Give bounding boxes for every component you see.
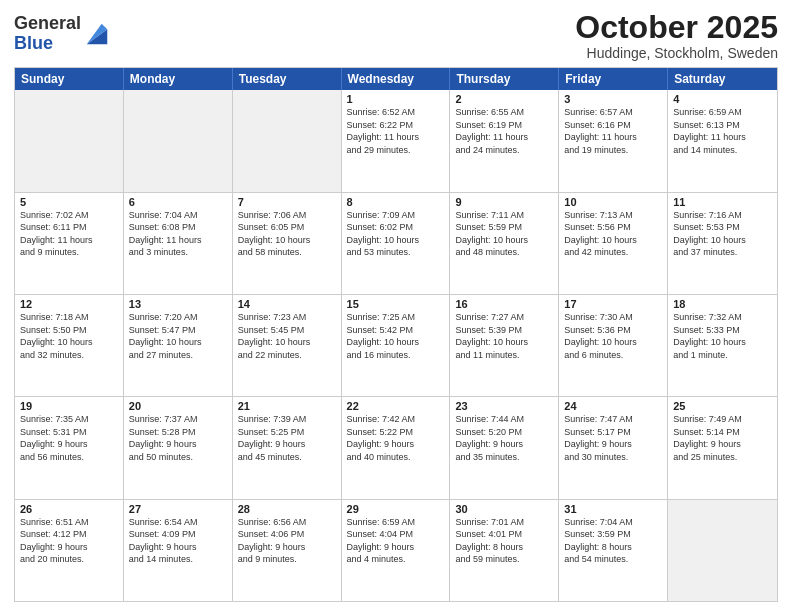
calendar-cell: 11Sunrise: 7:16 AM Sunset: 5:53 PM Dayli… bbox=[668, 193, 777, 294]
day-number: 10 bbox=[564, 196, 662, 208]
calendar-header-cell: Sunday bbox=[15, 68, 124, 90]
day-number: 29 bbox=[347, 503, 445, 515]
calendar-cell: 31Sunrise: 7:04 AM Sunset: 3:59 PM Dayli… bbox=[559, 500, 668, 601]
cell-info: Sunrise: 7:39 AM Sunset: 5:25 PM Dayligh… bbox=[238, 413, 336, 463]
day-number: 12 bbox=[20, 298, 118, 310]
calendar-cell: 29Sunrise: 6:59 AM Sunset: 4:04 PM Dayli… bbox=[342, 500, 451, 601]
calendar-cell: 30Sunrise: 7:01 AM Sunset: 4:01 PM Dayli… bbox=[450, 500, 559, 601]
location: Huddinge, Stockholm, Sweden bbox=[575, 45, 778, 61]
cell-info: Sunrise: 6:59 AM Sunset: 6:13 PM Dayligh… bbox=[673, 106, 772, 156]
cell-info: Sunrise: 6:52 AM Sunset: 6:22 PM Dayligh… bbox=[347, 106, 445, 156]
calendar-cell: 19Sunrise: 7:35 AM Sunset: 5:31 PM Dayli… bbox=[15, 397, 124, 498]
cell-info: Sunrise: 7:01 AM Sunset: 4:01 PM Dayligh… bbox=[455, 516, 553, 566]
day-number: 7 bbox=[238, 196, 336, 208]
calendar-cell: 9Sunrise: 7:11 AM Sunset: 5:59 PM Daylig… bbox=[450, 193, 559, 294]
day-number: 8 bbox=[347, 196, 445, 208]
cell-info: Sunrise: 7:35 AM Sunset: 5:31 PM Dayligh… bbox=[20, 413, 118, 463]
cell-info: Sunrise: 7:42 AM Sunset: 5:22 PM Dayligh… bbox=[347, 413, 445, 463]
calendar-cell: 25Sunrise: 7:49 AM Sunset: 5:14 PM Dayli… bbox=[668, 397, 777, 498]
calendar-cell: 13Sunrise: 7:20 AM Sunset: 5:47 PM Dayli… bbox=[124, 295, 233, 396]
calendar-row: 19Sunrise: 7:35 AM Sunset: 5:31 PM Dayli… bbox=[15, 396, 777, 498]
cell-info: Sunrise: 7:11 AM Sunset: 5:59 PM Dayligh… bbox=[455, 209, 553, 259]
day-number: 15 bbox=[347, 298, 445, 310]
calendar-header-cell: Monday bbox=[124, 68, 233, 90]
calendar-cell bbox=[233, 90, 342, 191]
day-number: 24 bbox=[564, 400, 662, 412]
calendar-cell: 1Sunrise: 6:52 AM Sunset: 6:22 PM Daylig… bbox=[342, 90, 451, 191]
cell-info: Sunrise: 7:37 AM Sunset: 5:28 PM Dayligh… bbox=[129, 413, 227, 463]
day-number: 4 bbox=[673, 93, 772, 105]
day-number: 5 bbox=[20, 196, 118, 208]
cell-info: Sunrise: 6:51 AM Sunset: 4:12 PM Dayligh… bbox=[20, 516, 118, 566]
calendar-cell: 2Sunrise: 6:55 AM Sunset: 6:19 PM Daylig… bbox=[450, 90, 559, 191]
calendar-cell: 5Sunrise: 7:02 AM Sunset: 6:11 PM Daylig… bbox=[15, 193, 124, 294]
day-number: 13 bbox=[129, 298, 227, 310]
cell-info: Sunrise: 7:49 AM Sunset: 5:14 PM Dayligh… bbox=[673, 413, 772, 463]
calendar-header-cell: Wednesday bbox=[342, 68, 451, 90]
calendar-cell: 12Sunrise: 7:18 AM Sunset: 5:50 PM Dayli… bbox=[15, 295, 124, 396]
cell-info: Sunrise: 7:04 AM Sunset: 3:59 PM Dayligh… bbox=[564, 516, 662, 566]
cell-info: Sunrise: 7:44 AM Sunset: 5:20 PM Dayligh… bbox=[455, 413, 553, 463]
calendar-cell: 16Sunrise: 7:27 AM Sunset: 5:39 PM Dayli… bbox=[450, 295, 559, 396]
cell-info: Sunrise: 7:13 AM Sunset: 5:56 PM Dayligh… bbox=[564, 209, 662, 259]
day-number: 9 bbox=[455, 196, 553, 208]
calendar-cell bbox=[15, 90, 124, 191]
day-number: 26 bbox=[20, 503, 118, 515]
day-number: 2 bbox=[455, 93, 553, 105]
calendar-row: 1Sunrise: 6:52 AM Sunset: 6:22 PM Daylig… bbox=[15, 90, 777, 191]
cell-info: Sunrise: 7:47 AM Sunset: 5:17 PM Dayligh… bbox=[564, 413, 662, 463]
day-number: 3 bbox=[564, 93, 662, 105]
calendar-body: 1Sunrise: 6:52 AM Sunset: 6:22 PM Daylig… bbox=[15, 90, 777, 601]
calendar-cell: 4Sunrise: 6:59 AM Sunset: 6:13 PM Daylig… bbox=[668, 90, 777, 191]
cell-info: Sunrise: 7:32 AM Sunset: 5:33 PM Dayligh… bbox=[673, 311, 772, 361]
cell-info: Sunrise: 7:04 AM Sunset: 6:08 PM Dayligh… bbox=[129, 209, 227, 259]
calendar-cell: 6Sunrise: 7:04 AM Sunset: 6:08 PM Daylig… bbox=[124, 193, 233, 294]
cell-info: Sunrise: 7:30 AM Sunset: 5:36 PM Dayligh… bbox=[564, 311, 662, 361]
calendar-header-cell: Friday bbox=[559, 68, 668, 90]
calendar-cell: 26Sunrise: 6:51 AM Sunset: 4:12 PM Dayli… bbox=[15, 500, 124, 601]
cell-info: Sunrise: 6:54 AM Sunset: 4:09 PM Dayligh… bbox=[129, 516, 227, 566]
cell-info: Sunrise: 7:06 AM Sunset: 6:05 PM Dayligh… bbox=[238, 209, 336, 259]
calendar-cell: 21Sunrise: 7:39 AM Sunset: 5:25 PM Dayli… bbox=[233, 397, 342, 498]
logo-icon bbox=[83, 20, 111, 48]
calendar-header-cell: Saturday bbox=[668, 68, 777, 90]
day-number: 31 bbox=[564, 503, 662, 515]
cell-info: Sunrise: 7:16 AM Sunset: 5:53 PM Dayligh… bbox=[673, 209, 772, 259]
day-number: 30 bbox=[455, 503, 553, 515]
day-number: 25 bbox=[673, 400, 772, 412]
calendar-cell: 8Sunrise: 7:09 AM Sunset: 6:02 PM Daylig… bbox=[342, 193, 451, 294]
calendar-cell: 15Sunrise: 7:25 AM Sunset: 5:42 PM Dayli… bbox=[342, 295, 451, 396]
cell-info: Sunrise: 6:57 AM Sunset: 6:16 PM Dayligh… bbox=[564, 106, 662, 156]
calendar-row: 26Sunrise: 6:51 AM Sunset: 4:12 PM Dayli… bbox=[15, 499, 777, 601]
header: General Blue October 2025 Huddinge, Stoc… bbox=[14, 10, 778, 61]
calendar-cell: 27Sunrise: 6:54 AM Sunset: 4:09 PM Dayli… bbox=[124, 500, 233, 601]
day-number: 19 bbox=[20, 400, 118, 412]
day-number: 16 bbox=[455, 298, 553, 310]
calendar-cell: 28Sunrise: 6:56 AM Sunset: 4:06 PM Dayli… bbox=[233, 500, 342, 601]
calendar-cell bbox=[668, 500, 777, 601]
cell-info: Sunrise: 7:27 AM Sunset: 5:39 PM Dayligh… bbox=[455, 311, 553, 361]
cell-info: Sunrise: 6:55 AM Sunset: 6:19 PM Dayligh… bbox=[455, 106, 553, 156]
day-number: 6 bbox=[129, 196, 227, 208]
calendar-cell: 10Sunrise: 7:13 AM Sunset: 5:56 PM Dayli… bbox=[559, 193, 668, 294]
calendar-cell: 3Sunrise: 6:57 AM Sunset: 6:16 PM Daylig… bbox=[559, 90, 668, 191]
day-number: 21 bbox=[238, 400, 336, 412]
calendar-row: 12Sunrise: 7:18 AM Sunset: 5:50 PM Dayli… bbox=[15, 294, 777, 396]
calendar-header-row: SundayMondayTuesdayWednesdayThursdayFrid… bbox=[15, 68, 777, 90]
logo-general: General Blue bbox=[14, 14, 81, 54]
cell-info: Sunrise: 6:56 AM Sunset: 4:06 PM Dayligh… bbox=[238, 516, 336, 566]
calendar-header-cell: Thursday bbox=[450, 68, 559, 90]
logo-text: General Blue bbox=[14, 14, 111, 54]
calendar-row: 5Sunrise: 7:02 AM Sunset: 6:11 PM Daylig… bbox=[15, 192, 777, 294]
month-title: October 2025 bbox=[575, 10, 778, 45]
cell-info: Sunrise: 7:25 AM Sunset: 5:42 PM Dayligh… bbox=[347, 311, 445, 361]
day-number: 18 bbox=[673, 298, 772, 310]
cell-info: Sunrise: 7:23 AM Sunset: 5:45 PM Dayligh… bbox=[238, 311, 336, 361]
cell-info: Sunrise: 7:18 AM Sunset: 5:50 PM Dayligh… bbox=[20, 311, 118, 361]
cell-info: Sunrise: 7:20 AM Sunset: 5:47 PM Dayligh… bbox=[129, 311, 227, 361]
day-number: 20 bbox=[129, 400, 227, 412]
cell-info: Sunrise: 7:09 AM Sunset: 6:02 PM Dayligh… bbox=[347, 209, 445, 259]
day-number: 17 bbox=[564, 298, 662, 310]
day-number: 14 bbox=[238, 298, 336, 310]
logo-blue: Blue bbox=[14, 33, 53, 53]
